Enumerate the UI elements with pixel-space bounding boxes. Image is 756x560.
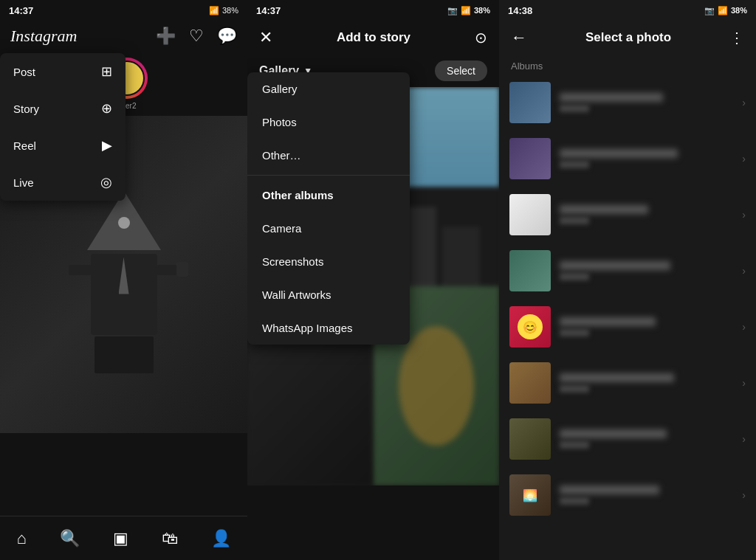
create-menu-live[interactable]: Live ◎: [0, 164, 126, 201]
album-count: [560, 217, 589, 224]
dropdown-gallery[interactable]: Gallery: [247, 72, 410, 106]
status-bar-3: 14:38 📷 📶 38%: [499, 0, 756, 21]
dropdown-photos[interactable]: Photos: [247, 106, 410, 139]
wifi-icon: 📶: [209, 6, 219, 15]
album-info: [560, 261, 733, 280]
messenger-icon[interactable]: 💬: [217, 27, 237, 46]
album-item[interactable]: ›: [499, 187, 756, 243]
reels-nav-icon[interactable]: ▣: [113, 529, 128, 548]
select-button[interactable]: Select: [435, 61, 487, 81]
albums-list: › › › ›: [499, 75, 756, 560]
album-count: [560, 385, 589, 393]
albums-section-label: Albums: [499, 55, 756, 75]
select-wifi-icon: 📶: [718, 6, 728, 15]
album-count: [560, 161, 589, 168]
album-info: [560, 317, 733, 336]
album-name: [560, 317, 656, 326]
gallery-dropdown: Gallery Photos Other… Other albums Camer…: [247, 72, 410, 345]
select-camera-icon: 📷: [704, 6, 715, 15]
album-count: [560, 105, 589, 112]
dropdown-other[interactable]: Other…: [247, 139, 410, 172]
story-panel: 14:37 📷 📶 38% ✕ Add to story ⊙ Gallery ▼…: [247, 0, 499, 560]
album-info: [560, 429, 733, 449]
home-nav-icon[interactable]: ⌂: [16, 529, 26, 548]
profile-nav-icon[interactable]: 👤: [211, 529, 231, 548]
dropdown-whatsapp[interactable]: WhatsApp Images: [247, 311, 410, 345]
create-menu: Post ⊞ Story ⊕ Reel ▶ Live ◎: [0, 53, 126, 201]
live-label: Live: [13, 176, 34, 189]
album-thumb: [509, 362, 551, 404]
status-bar-1: 14:37 📶 38%: [0, 0, 247, 21]
dropdown-walli[interactable]: Walli Artworks: [247, 278, 410, 311]
create-menu-story[interactable]: Story ⊕: [0, 90, 126, 127]
album-item[interactable]: ›: [499, 355, 756, 411]
album-count: [560, 441, 589, 449]
album-item[interactable]: 🌅 ›: [499, 467, 756, 523]
search-nav-icon[interactable]: 🔍: [60, 529, 80, 548]
live-icon: ◎: [100, 174, 112, 190]
album-name: [560, 149, 678, 158]
dropdown-camera[interactable]: Camera: [247, 212, 410, 245]
instagram-panel: 14:37 📶 38% Instagram ➕ ♡ 💬 You user1: [0, 0, 247, 560]
post-label: Post: [13, 66, 35, 78]
settings-icon[interactable]: ⊙: [475, 29, 487, 46]
dropdown-other-albums[interactable]: Other albums: [247, 179, 410, 212]
time-1: 14:37: [9, 5, 33, 16]
album-info: [560, 485, 733, 505]
post-icon: ⊞: [101, 63, 112, 80]
album-thumb: [509, 194, 551, 235]
time-2: 14:37: [256, 5, 281, 16]
ig-logo: Instagram: [10, 27, 77, 46]
reel-icon: ▶: [102, 137, 112, 153]
add-icon[interactable]: ➕: [156, 27, 176, 46]
story-wifi-icon: 📶: [461, 6, 471, 15]
story-icon: ⊕: [101, 100, 112, 117]
more-icon[interactable]: ⋮: [729, 29, 744, 46]
dropdown-screenshots[interactable]: Screenshots: [247, 245, 410, 278]
album-name: [560, 429, 667, 438]
chevron-right-icon: ›: [742, 489, 746, 501]
time-3: 14:38: [508, 5, 532, 16]
album-item[interactable]: ›: [499, 243, 756, 299]
album-thumb: 😊: [509, 306, 551, 348]
story-battery: 38%: [474, 6, 490, 15]
shop-nav-icon[interactable]: 🛍: [162, 529, 178, 548]
chevron-right-icon: ›: [742, 377, 746, 389]
album-info: [560, 205, 733, 224]
album-thumb: [509, 418, 551, 460]
album-thumb: [509, 250, 551, 291]
select-panel: 14:38 📷 📶 38% ← Select a photo ⋮ Albums …: [499, 0, 756, 560]
ig-header-icons: ➕ ♡ 💬: [156, 27, 237, 46]
album-item[interactable]: 😊 ›: [499, 299, 756, 355]
select-screen-title: Select a photo: [585, 30, 671, 45]
album-count: [560, 497, 589, 505]
album-count: [560, 273, 589, 280]
select-battery: 38%: [731, 6, 747, 15]
album-item[interactable]: ›: [499, 75, 756, 131]
chevron-right-icon: ›: [742, 433, 746, 445]
album-name: [560, 485, 659, 494]
album-name: [560, 93, 663, 102]
album-info: [560, 373, 733, 393]
story-battery-icon: 📷: [447, 6, 458, 15]
album-count: [560, 329, 589, 336]
create-menu-post[interactable]: Post ⊞: [0, 53, 126, 90]
chevron-right-icon: ›: [742, 209, 746, 221]
select-top-bar: ← Select a photo ⋮: [499, 21, 756, 55]
album-info: [560, 93, 733, 112]
close-icon[interactable]: ✕: [259, 28, 272, 47]
back-icon[interactable]: ←: [511, 28, 527, 47]
chevron-right-icon: ›: [742, 153, 746, 165]
album-thumb: [509, 82, 551, 123]
story-label-menu: Story: [13, 103, 39, 115]
album-thumb: [509, 138, 551, 179]
battery-1: 38%: [222, 6, 238, 15]
album-thumb: 🌅: [509, 474, 551, 516]
album-name: [560, 373, 674, 382]
heart-icon[interactable]: ♡: [189, 27, 204, 46]
album-item[interactable]: ›: [499, 411, 756, 467]
album-item[interactable]: ›: [499, 131, 756, 187]
ig-bottom-nav: ⌂ 🔍 ▣ 🛍 👤: [0, 516, 247, 560]
create-menu-reel[interactable]: Reel ▶: [0, 127, 126, 164]
reel-label: Reel: [13, 139, 36, 152]
